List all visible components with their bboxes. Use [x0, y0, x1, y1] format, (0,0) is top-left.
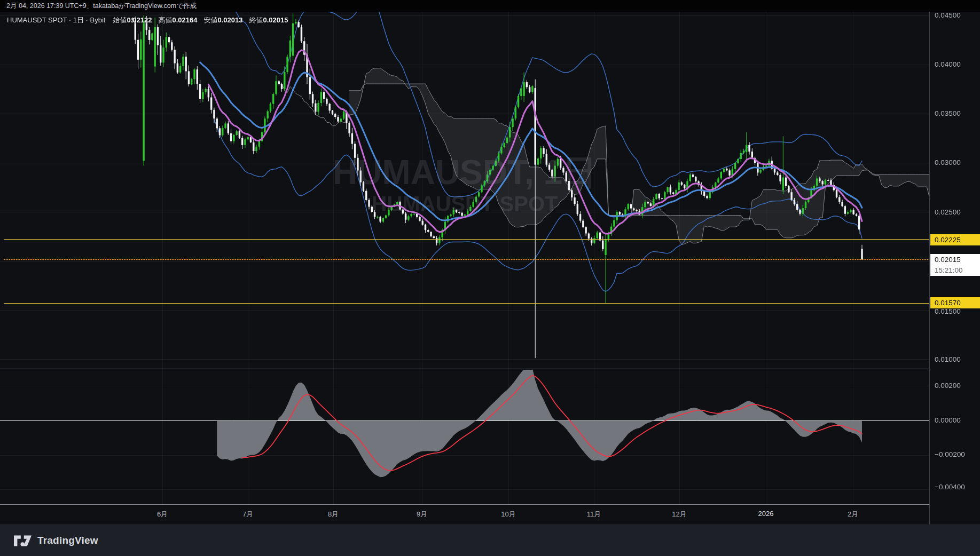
- date-axis-label: 2026: [750, 510, 782, 518]
- price-axis-label: 0.01500: [935, 307, 961, 315]
- price-axis-label: 0.00000: [935, 416, 961, 424]
- date-axis-label: 6月: [146, 510, 178, 519]
- tradingview-chart-screenshot: 2月 04, 2026 17:39 UTC+9、takatabaがTrading…: [0, 0, 980, 556]
- price-axis-label: 0.04000: [935, 60, 961, 68]
- date-axis-label: 9月: [406, 510, 438, 519]
- last-price-tag: 0.02015 15:21:00: [930, 254, 980, 276]
- date-axis[interactable]: 6月7月8月9月10月11月12月20262月: [0, 505, 929, 525]
- tradingview-footer: TradingView: [0, 525, 980, 556]
- legend-symbol-title[interactable]: HUMAUSDT SPOT · 1日 · Bybit: [7, 16, 105, 24]
- legend-high: 高値0.02164: [158, 16, 197, 24]
- tradingview-brand-text[interactable]: TradingView: [37, 535, 98, 546]
- resistance-price-tag: 0.02225: [930, 234, 980, 245]
- price-axis-label: 0.00200: [935, 382, 961, 390]
- date-axis-label: 10月: [492, 510, 524, 519]
- price-axis-label: −0.00400: [935, 483, 965, 491]
- support-price-tag: 0.01570: [930, 297, 980, 308]
- date-axis-label: 8月: [317, 510, 349, 519]
- price-axis-label: 0.03500: [935, 109, 961, 117]
- symbol-legend[interactable]: HUMAUSDT SPOT · 1日 · Bybit始値0.02122高値0.0…: [7, 15, 294, 25]
- date-axis-label: 12月: [663, 510, 695, 519]
- last-price-value: 0.02015: [935, 255, 980, 265]
- price-axis-label: −0.00200: [935, 450, 965, 458]
- last-price-time: 15:21:00: [935, 265, 980, 276]
- legend-low: 安値0.02013: [203, 16, 242, 24]
- price-axis-label: 0.04500: [935, 11, 961, 19]
- date-axis-label: 2月: [837, 510, 869, 519]
- legend-close: 終値0.02015: [249, 16, 288, 24]
- date-axis-label: 7月: [232, 510, 264, 519]
- price-chart-canvas[interactable]: [0, 12, 929, 525]
- creation-info-bar: 2月 04, 2026 17:39 UTC+9、takatabaがTrading…: [0, 0, 980, 12]
- date-axis-label: 11月: [578, 510, 610, 519]
- price-axis-label: 0.01000: [935, 355, 961, 363]
- tradingview-logo-icon[interactable]: [14, 535, 32, 546]
- panel-separator[interactable]: [0, 369, 980, 369]
- price-axis-label: 0.02500: [935, 208, 961, 216]
- legend-open: 始値0.02122: [113, 16, 152, 24]
- creation-info-text: 2月 04, 2026 17:39 UTC+9、takatabaがTrading…: [6, 2, 197, 10]
- price-axis[interactable]: 0.045000.040000.035000.030000.025000.015…: [929, 12, 980, 525]
- price-axis-label: 0.03000: [935, 158, 961, 166]
